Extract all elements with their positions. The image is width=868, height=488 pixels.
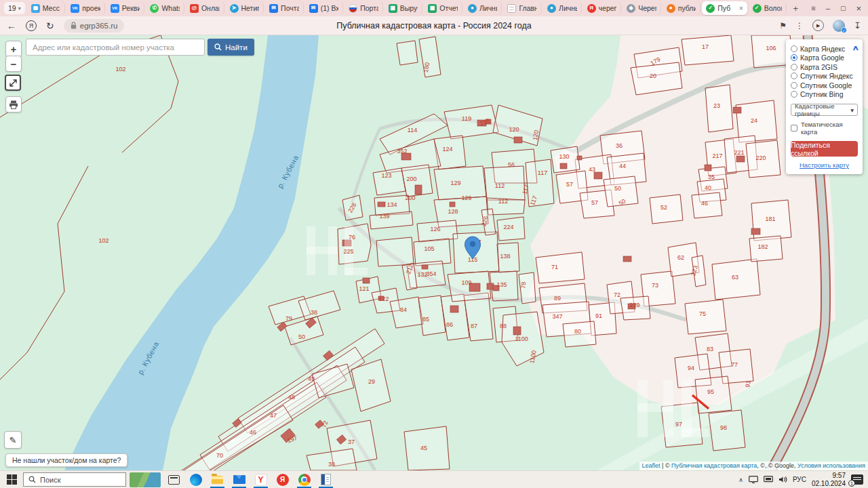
tab-5[interactable]: @Онлай <box>186 1 224 15</box>
terms-link[interactable]: Условия использования <box>797 462 865 469</box>
taskbar-item-word[interactable] <box>315 471 336 488</box>
network-icon[interactable] <box>764 476 773 483</box>
tray-expand-icon[interactable]: ∧ <box>738 476 743 483</box>
parcel-number-label: 83 <box>707 346 713 352</box>
configure-map-link[interactable]: Настроить карту <box>791 161 858 169</box>
taskbar-clock[interactable]: 9:57 02.10.2024 <box>812 472 846 488</box>
restore-icon[interactable]: ▢ <box>840 5 846 12</box>
tab-10[interactable]: ▦Выруч <box>384 1 423 15</box>
tab-12[interactable]: ●Личны <box>464 1 502 15</box>
bookmark-flag-icon[interactable]: ⚑ <box>779 21 787 30</box>
radio-icon[interactable] <box>791 82 797 89</box>
close-icon[interactable]: × <box>856 4 861 13</box>
parcel-number-label: 182 <box>757 243 768 250</box>
tab-8[interactable]: ✉(1) Вхо <box>305 1 344 15</box>
avatar[interactable]: ✓ <box>833 20 845 32</box>
weather-widget[interactable] <box>130 472 161 487</box>
parcel-number-label: 38 <box>311 309 317 316</box>
tab-13[interactable]: Главн <box>503 1 542 15</box>
leaflet-link[interactable]: Leaflet <box>642 462 660 469</box>
tab-1[interactable]: Месс <box>27 1 66 15</box>
radio-icon[interactable] <box>791 64 797 70</box>
layer-option-6[interactable]: Спутник Bing <box>791 90 858 100</box>
radio-selected-icon[interactable] <box>791 54 797 61</box>
speaker-icon[interactable] <box>778 476 787 483</box>
tab-14[interactable]: ●Личны <box>543 1 582 15</box>
tab-2[interactable]: VKпроек <box>66 1 105 15</box>
tab-label: публи <box>678 4 696 12</box>
layer-option-4[interactable]: Спутник Яндекс <box>791 72 858 81</box>
zoom-in-button[interactable]: + <box>5 41 22 57</box>
reload-icon[interactable]: ↻ <box>46 21 54 30</box>
parcel-number-label: 224 <box>503 224 513 230</box>
tab-16[interactable]: ◈Череп <box>623 1 661 15</box>
tab-19[interactable]: ✓Волог <box>749 1 787 15</box>
parcel-number-label: 76 <box>349 234 355 241</box>
thematic-checkbox-row[interactable]: Тематическая карта <box>791 121 858 136</box>
download-icon[interactable]: ↧ <box>854 20 861 30</box>
tab-9[interactable]: Порта <box>344 1 383 15</box>
find-button[interactable]: Найти <box>208 39 254 56</box>
parcel-number-label: 75 <box>699 310 706 317</box>
minimize-icon[interactable]: – <box>826 5 830 12</box>
tab-17[interactable]: ●публи <box>663 1 701 15</box>
parcel-number-label: 40 <box>705 184 711 191</box>
url-chip[interactable]: egrp365.ru <box>64 19 125 33</box>
taskbar-item-explorer[interactable] <box>207 471 228 488</box>
layer-option-1[interactable]: Карта Яндекс <box>791 44 858 54</box>
collapse-panel-icon[interactable]: ∧ <box>852 44 859 52</box>
tab-label: Выруч <box>400 4 418 12</box>
parcel-number-label: 73 <box>652 282 658 289</box>
language-indicator[interactable]: РУС <box>793 476 806 483</box>
tab-18[interactable]: ✓Пуб× <box>702 1 747 15</box>
taskbar-item-yandex[interactable]: Я <box>272 471 293 488</box>
parcel-number-label: 124 <box>442 146 452 152</box>
print-button[interactable] <box>5 96 22 113</box>
tab-close-icon[interactable]: × <box>738 5 743 12</box>
tab-15[interactable]: Ячереп <box>583 1 622 15</box>
taskbar-item-chrome[interactable] <box>294 471 315 488</box>
vk-icon: VK <box>111 4 119 13</box>
draw-tool-button[interactable]: ✎ <box>4 431 22 449</box>
tab-6[interactable]: ➤Нетип <box>226 1 264 15</box>
start-button[interactable] <box>1 471 22 488</box>
thematic-checkbox[interactable] <box>791 125 797 131</box>
share-link-button[interactable]: Поделиться ссылкой <box>791 141 858 157</box>
new-tab-button[interactable]: + <box>789 3 802 14</box>
tab-7[interactable]: ✉Почта <box>265 1 304 15</box>
tab-4[interactable]: ✆Whats <box>146 1 184 15</box>
tab-3[interactable]: VKРекви <box>106 1 145 15</box>
tab-counter[interactable]: 19 ▾ <box>4 2 25 14</box>
radio-icon[interactable] <box>791 45 797 52</box>
find-button-label: Найти <box>225 43 248 52</box>
layer-option-2[interactable]: Карта Google <box>791 54 858 63</box>
tab-11[interactable]: ▦Отчет <box>424 1 462 15</box>
measure-tool-button[interactable] <box>5 75 21 91</box>
browser-menu-icon[interactable]: ≡ <box>811 5 815 12</box>
url-text: egrp365.ru <box>80 22 118 30</box>
parcel-number-label: 88 <box>500 323 507 329</box>
layer-option-5[interactable]: Спутник Google <box>791 81 858 90</box>
video-play-icon[interactable]: ▶ <box>812 20 824 31</box>
back-icon[interactable]: ← <box>7 21 16 30</box>
radio-icon[interactable] <box>791 91 797 98</box>
yandex-home-icon[interactable]: Я <box>26 20 37 31</box>
zoom-out-button[interactable]: − <box>5 56 22 72</box>
taskbar-item-edge[interactable] <box>185 471 206 488</box>
search-input[interactable]: Адрес или кадастровый номер участка <box>26 39 205 56</box>
task-view-button[interactable] <box>163 471 184 488</box>
boundaries-select[interactable]: Кадастровые границы ▾ <box>791 104 858 116</box>
parcel-number-label: 29 <box>368 378 375 385</box>
help-tooltip[interactable]: Не нашли участок/дом на карте? <box>5 453 127 467</box>
layer-option-3[interactable]: Карта 2GIS <box>791 62 858 72</box>
notification-center-icon[interactable]: 1 <box>851 474 863 485</box>
map-canvas[interactable]: 1021021141192181201201243525612320020012… <box>0 35 868 470</box>
taskbar-item-yandex-browser[interactable]: Y <box>250 471 271 488</box>
mailru-icon: @ <box>190 4 199 13</box>
pkk-link[interactable]: Публичная кадастровая карта <box>671 462 757 469</box>
taskbar-item-mail[interactable] <box>229 471 250 488</box>
display-icon[interactable] <box>749 476 758 483</box>
taskbar-search[interactable]: Поиск <box>23 472 126 487</box>
extensions-menu-icon[interactable]: ⋮ <box>795 21 804 30</box>
radio-icon[interactable] <box>791 73 797 79</box>
